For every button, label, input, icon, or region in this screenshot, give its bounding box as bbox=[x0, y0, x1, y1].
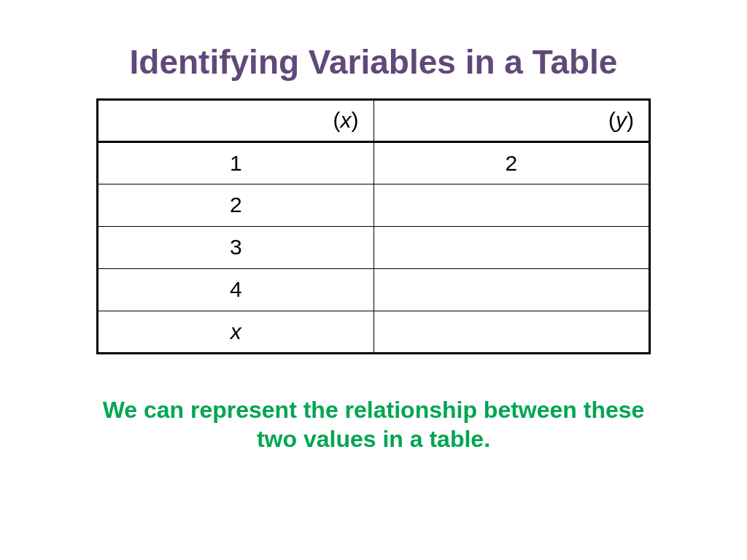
variables-table: (x) (y) 1 2 2 3 4 bbox=[96, 98, 651, 354]
cell-y bbox=[374, 226, 650, 268]
header-x: (x) bbox=[98, 99, 374, 141]
caption-block: We can represent the relationship betwee… bbox=[103, 395, 645, 454]
cell-y bbox=[374, 184, 650, 226]
paren-open: ( bbox=[333, 108, 341, 132]
header-y-var: y bbox=[616, 108, 627, 132]
cell-x: 2 bbox=[98, 184, 374, 226]
cell-value: 2 bbox=[230, 192, 242, 217]
caption-line-2: two values in a table. bbox=[103, 424, 645, 454]
cell-value: 2 bbox=[505, 151, 517, 175]
cell-value: x bbox=[231, 319, 241, 343]
cell-x: 1 bbox=[98, 141, 374, 184]
cell-value: 3 bbox=[230, 235, 242, 259]
table-row: x bbox=[98, 311, 650, 353]
cell-x: 3 bbox=[98, 226, 374, 268]
cell-value: 1 bbox=[230, 151, 242, 175]
table-row: 1 2 bbox=[98, 141, 650, 184]
caption-line-1: We can represent the relationship betwee… bbox=[103, 395, 645, 424]
table-row: 3 bbox=[98, 226, 650, 268]
cell-value: 4 bbox=[230, 277, 242, 301]
cell-x: x bbox=[98, 311, 374, 353]
cell-x: 4 bbox=[98, 268, 374, 311]
paren-close: ) bbox=[627, 108, 634, 132]
table-header-row: (x) (y) bbox=[98, 99, 650, 141]
header-y: (y) bbox=[374, 99, 650, 141]
cell-y bbox=[374, 268, 650, 311]
table-row: 4 bbox=[98, 268, 650, 311]
paren-open: ( bbox=[608, 108, 616, 132]
page-title: Identifying Variables in a Table bbox=[130, 44, 618, 81]
table-row: 2 bbox=[98, 184, 650, 226]
cell-y bbox=[374, 311, 650, 353]
cell-y: 2 bbox=[374, 141, 650, 184]
paren-close: ) bbox=[352, 108, 359, 132]
header-x-var: x bbox=[341, 108, 352, 132]
slide: Identifying Variables in a Table (x) (y)… bbox=[0, 0, 747, 560]
